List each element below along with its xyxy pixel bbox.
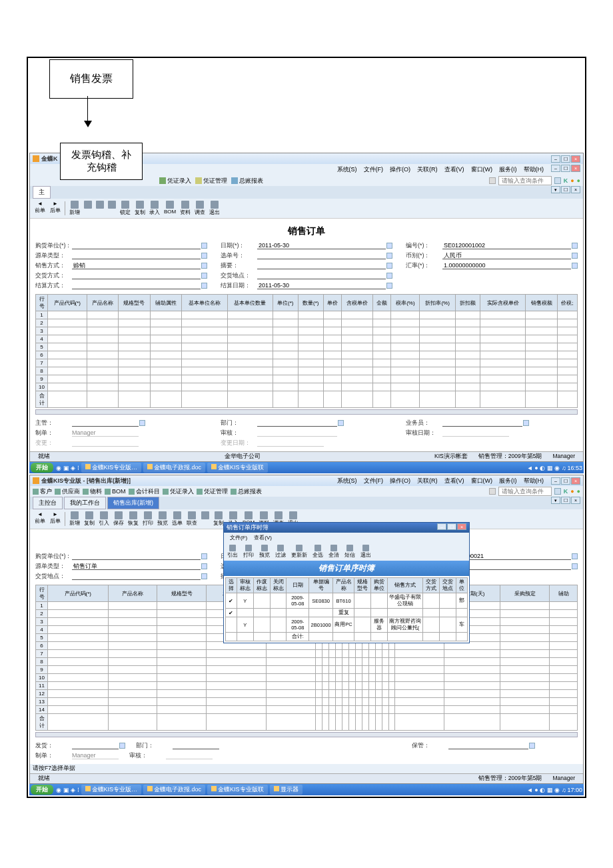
modal-column-header[interactable]: 选择 — [226, 578, 237, 593]
modal-tool-button[interactable]: 全选 — [310, 544, 325, 559]
modal-row[interactable]: ✔重复 — [226, 609, 468, 617]
sales-field[interactable] — [442, 419, 522, 427]
grid-row[interactable]: 4 — [36, 335, 578, 343]
modal-column-header[interactable]: 作废标志 — [253, 578, 270, 593]
toolbar-button[interactable] — [82, 200, 94, 217]
form-field[interactable] — [257, 252, 386, 259]
dropdown-button[interactable] — [201, 253, 207, 259]
taskbar-item[interactable]: 金蝶电子政报.doc — [143, 785, 205, 795]
dropdown-button[interactable] — [386, 263, 392, 269]
grid-row[interactable]: 13 — [36, 698, 578, 706]
form-field[interactable] — [257, 262, 386, 269]
column-header[interactable]: 规格型号 — [119, 295, 151, 311]
search-input[interactable] — [498, 176, 552, 185]
toolbar-button[interactable]: 选单 — [170, 511, 185, 527]
form-field[interactable] — [72, 262, 201, 269]
menu-item[interactable]: 操作(O) — [386, 476, 414, 486]
column-header[interactable]: 基本单位数量 — [227, 295, 273, 311]
column-header[interactable]: 税率(%) — [391, 295, 420, 311]
dropdown-button[interactable] — [572, 553, 578, 559]
nav-item[interactable]: 凭证录入 — [163, 487, 194, 496]
menu-item[interactable]: 窗口(W) — [468, 165, 496, 175]
dropdown-button[interactable] — [572, 243, 578, 249]
grid-row[interactable]: 8 — [36, 658, 578, 666]
toolbar-button[interactable]: 保存 — [111, 511, 126, 527]
form-field[interactable] — [72, 272, 201, 279]
mdi-minimize[interactable]: – — [551, 165, 560, 172]
menu-item[interactable]: 帮助(H) — [520, 476, 548, 486]
grid-row[interactable]: 14 — [36, 706, 578, 714]
dropdown-button[interactable] — [201, 273, 207, 279]
modal-tool-button[interactable]: 短信 — [342, 544, 357, 559]
dropdown-button[interactable] — [572, 563, 578, 569]
tab-console[interactable]: 主控台 — [33, 497, 63, 509]
grid-row[interactable]: 10 — [36, 383, 578, 391]
column-header[interactable]: 折扣率(%) — [420, 295, 455, 311]
menu-item[interactable]: 系统(S) — [334, 476, 360, 486]
modal-maximize[interactable]: ☐ — [447, 523, 456, 530]
toolbar-button[interactable]: 新增 — [67, 511, 82, 527]
modal-column-header[interactable]: 审核标志 — [237, 578, 253, 593]
toolbar-button[interactable]: BOM — [162, 200, 178, 217]
column-header[interactable]: 辅助属性 — [150, 295, 182, 311]
grid-row[interactable]: 9 — [36, 666, 578, 674]
menu-item[interactable]: 关联(R) — [414, 165, 441, 175]
modal-tool-button[interactable]: 退出 — [358, 544, 373, 559]
dropdown-button[interactable] — [201, 263, 207, 269]
search-input[interactable] — [498, 487, 552, 496]
grid-row[interactable]: 合计 — [36, 391, 578, 408]
close-button[interactable]: × — [571, 155, 580, 163]
dropdown-button[interactable] — [386, 273, 392, 279]
mdi-close[interactable]: × — [571, 165, 580, 172]
nav-item[interactable]: 供应商 — [55, 487, 80, 496]
modal-column-header[interactable]: 销售方式 — [387, 578, 423, 593]
dept-field[interactable] — [257, 419, 337, 427]
grid-row[interactable]: 7 — [36, 650, 578, 658]
tab-delivery-new[interactable]: 销售出库(新增) — [107, 497, 159, 509]
dropdown-button[interactable] — [386, 253, 392, 259]
toolbar-button[interactable]: 资料 — [178, 200, 193, 217]
form-field[interactable] — [72, 252, 201, 259]
close-button[interactable]: × — [571, 477, 580, 485]
start-button[interactable]: 开始 — [31, 463, 53, 473]
dropdown-button[interactable] — [201, 243, 207, 249]
taskbar-item[interactable]: 金蝶KIS专业版… — [81, 463, 142, 473]
menu-item[interactable]: 关联(R) — [414, 476, 441, 486]
taskbar-item[interactable]: 金蝶KIS专业版联 — [207, 463, 268, 473]
form-field[interactable] — [257, 272, 386, 279]
modal-minimize[interactable]: – — [437, 523, 446, 530]
menu-item[interactable]: 服务(I) — [496, 165, 520, 175]
nav-next-button[interactable]: ►后单 — [48, 200, 63, 217]
modal-column-header[interactable]: 单位 — [456, 578, 468, 593]
form-field[interactable] — [72, 553, 201, 560]
modal-row[interactable]: 合计: — [226, 633, 468, 641]
column-header[interactable]: 含税单价 — [341, 295, 373, 311]
form-field[interactable] — [442, 252, 571, 259]
toolbar-button[interactable]: 预览 — [155, 511, 170, 527]
modal-column-header[interactable]: 交货方式 — [423, 578, 440, 593]
menu-item[interactable]: 文件(F) — [360, 476, 387, 486]
menu-item[interactable]: 系统(S) — [334, 165, 360, 175]
dropdown-button[interactable] — [572, 253, 578, 259]
modal-column-header[interactable]: 交货地点 — [440, 578, 456, 593]
modal-column-header[interactable]: 购货单位 — [370, 578, 387, 593]
toolbar-button[interactable]: 调查 — [193, 200, 207, 217]
minimize-button[interactable]: – — [551, 477, 560, 485]
toolbar-button[interactable]: 复制 — [82, 511, 97, 527]
column-header[interactable]: 实际含税单价 — [480, 295, 526, 311]
nav-item[interactable]: 凭证管理 — [197, 487, 228, 496]
mdi-restore[interactable]: ☐ — [561, 165, 570, 172]
grid-row[interactable]: 合计 — [36, 714, 578, 731]
modal-column-header[interactable]: 日期 — [287, 578, 309, 593]
menu-item[interactable]: 文件(F) — [360, 165, 387, 175]
modal-tool-button[interactable]: 全清 — [326, 544, 341, 559]
taskbar-item[interactable]: 显示器 — [270, 785, 303, 795]
modal-tool-button[interactable]: 预览 — [257, 544, 272, 559]
column-header[interactable]: 采购预定 — [500, 585, 550, 602]
minimize-button[interactable]: – — [551, 155, 560, 163]
menu-item[interactable]: 服务(I) — [496, 476, 520, 486]
taskbar-item[interactable]: 金蝶KIS专业版… — [81, 785, 142, 795]
form-field[interactable] — [72, 282, 201, 289]
grid-row[interactable]: 12 — [36, 690, 578, 698]
column-header[interactable]: 销售税额 — [526, 295, 558, 311]
